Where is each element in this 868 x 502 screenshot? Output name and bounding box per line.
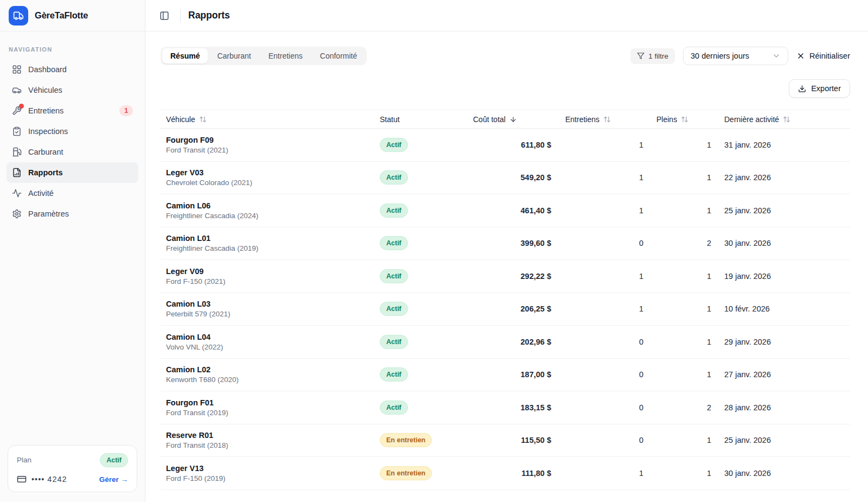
sidebar-item-activite[interactable]: Activité [7, 183, 138, 204]
table-row[interactable]: Camion L03 Peterbilt 579 (2021) Actif 20… [161, 293, 850, 326]
status-badge: Actif [380, 170, 408, 185]
filter-count-label: 1 filtre [648, 52, 668, 60]
app-logo [9, 6, 28, 26]
table-row[interactable]: Camion L04 Volvo VNL (2022) Actif 202,96… [161, 326, 850, 359]
fuel-icon [12, 147, 22, 157]
sidebar-item-inspections[interactable]: Inspections [7, 121, 138, 142]
column-header-entretiens[interactable]: Entretiens [560, 110, 651, 129]
vehicle-name: Leger V09 [166, 267, 369, 276]
total-cost-cell: 292,22 $ [468, 260, 560, 293]
sidebar-item-parametres[interactable]: Paramètres [7, 204, 138, 224]
table-header-row: Véhicule Statut Coût [161, 110, 850, 129]
vehicle-name: Reserve R01 [166, 431, 369, 440]
sidebar-toggle-button[interactable] [156, 8, 173, 24]
tab-entretiens[interactable]: Entretiens [260, 48, 311, 63]
last-activity-cell: 10 févr. 2026 [719, 293, 850, 326]
close-icon [796, 52, 805, 60]
fills-count-cell: 2 [651, 391, 719, 424]
vehicle-name: Camion L01 [166, 234, 369, 243]
fills-count-cell: 1 [651, 424, 719, 457]
topbar: Rapports [145, 0, 868, 31]
maintenance-count-cell: 0 [560, 424, 651, 457]
sidebar-item-dashboard[interactable]: Dashboard [7, 59, 138, 80]
total-cost-cell: 115,50 $ [468, 424, 560, 457]
fills-count-cell: 1 [651, 194, 719, 227]
column-header-vehicule[interactable]: Véhicule [161, 110, 374, 129]
status-cell: Actif [374, 129, 468, 162]
table-row[interactable]: Leger V09 Ford F-150 (2021) Actif 292,22… [161, 260, 850, 293]
car-icon [12, 85, 22, 95]
reset-filters-button[interactable]: Réinitialiser [796, 52, 850, 60]
funnel-icon [637, 52, 644, 60]
maintenance-count-cell: 1 [560, 129, 651, 162]
sidebar-item-label: Véhicules [28, 86, 62, 94]
date-range-value: 30 derniers jours [691, 52, 749, 60]
vehicle-cell: Camion L04 Volvo VNL (2022) [161, 326, 374, 359]
vehicle-model: Ford Transit (2019) [166, 409, 369, 417]
status-cell: Actif [374, 227, 468, 260]
alert-dot [19, 104, 24, 109]
main-area: Rapports Résumé Carburant Entretiens Con… [145, 0, 868, 502]
status-cell: En entretien [374, 424, 468, 457]
table-row[interactable]: Camion L01 Freightliner Cascadia (2019) … [161, 227, 850, 260]
table-row[interactable]: Leger V03 Chevrolet Colorado (2021) Acti… [161, 161, 850, 194]
status-badge: Actif [380, 138, 408, 152]
clipboard-check-icon [12, 126, 22, 136]
export-button[interactable]: Exporter [789, 79, 850, 98]
sort-arrows-icon [603, 116, 611, 123]
sidebar-item-rapports[interactable]: Rapports [7, 162, 138, 183]
status-cell: Actif [374, 391, 468, 424]
sort-arrows-icon [199, 116, 207, 123]
content: Résumé Carburant Entretiens Conformité 1… [145, 31, 868, 502]
vehicle-model: Ford Transit (2018) [166, 441, 369, 449]
date-range-select[interactable]: 30 derniers jours [683, 47, 788, 65]
panel-left-icon [159, 11, 169, 21]
last-activity-cell: 27 janv. 2026 [719, 358, 850, 391]
tab-conformite[interactable]: Conformité [312, 48, 365, 63]
maintenance-count-cell: 0 [560, 391, 651, 424]
last-activity-cell: 28 janv. 2026 [719, 391, 850, 424]
sidebar-item-label: Dashboard [28, 65, 67, 74]
tab-resume[interactable]: Résumé [162, 48, 208, 63]
sidebar-item-label: Entretiens [28, 106, 63, 115]
nav-section-label: NAVIGATION [9, 46, 136, 53]
table-row[interactable]: Camion L06 Freightliner Cascadia (2024) … [161, 194, 850, 227]
table-row[interactable]: Camion L02 Kenworth T680 (2020) Actif 18… [161, 358, 850, 391]
status-badge: Actif [380, 236, 408, 250]
table-row[interactable]: Reserve R01 Ford Transit (2018) En entre… [161, 424, 850, 457]
sidebar-item-label: Activité [28, 189, 54, 198]
report-file-icon [12, 168, 22, 177]
column-header-statut[interactable]: Statut [374, 110, 468, 129]
fills-count-cell: 1 [651, 260, 719, 293]
total-cost-cell: 399,60 $ [468, 227, 560, 260]
vehicle-name: Fourgon F01 [166, 398, 369, 407]
sidebar: GèreTaFlotte NAVIGATION Dashboard Véhicu… [0, 0, 145, 502]
sidebar-item-entretiens[interactable]: Entretiens 1 [7, 100, 138, 121]
brand: GèreTaFlotte [0, 0, 145, 31]
chevron-down-icon [772, 52, 781, 60]
status-badge: Actif [380, 401, 408, 415]
column-header-derniere-activite[interactable]: Dernière activité [719, 110, 850, 129]
maintenance-count-cell: 1 [560, 194, 651, 227]
maintenance-count-cell: 0 [560, 326, 651, 359]
manage-plan-link[interactable]: Gérer → [99, 475, 128, 484]
topbar-divider [180, 9, 181, 22]
sort-arrows-icon [681, 116, 688, 123]
sidebar-item-carburant[interactable]: Carburant [7, 142, 138, 162]
table-row[interactable]: Fourgon F09 Ford Transit (2021) Actif 61… [161, 129, 850, 162]
sidebar-item-vehicules[interactable]: Véhicules [7, 80, 138, 100]
dashboard-icon [12, 65, 22, 74]
column-header-cout-total[interactable]: Coût total [468, 110, 560, 129]
last-activity-cell: 19 janv. 2026 [719, 260, 850, 293]
vehicle-name: Fourgon F09 [166, 136, 369, 144]
sort-arrows-icon [783, 116, 790, 123]
last-activity-cell: 29 janv. 2026 [719, 326, 850, 359]
tab-carburant[interactable]: Carburant [209, 48, 259, 63]
column-header-pleins[interactable]: Pleins [651, 110, 719, 129]
table-row[interactable]: Fourgon F01 Ford Transit (2019) Actif 18… [161, 391, 850, 424]
fills-count-cell: 2 [651, 227, 719, 260]
vehicle-model: Kenworth T680 (2020) [166, 376, 369, 384]
fills-count-cell: 1 [651, 129, 719, 162]
table-row[interactable]: Leger V13 Ford F-150 (2019) En entretien… [161, 457, 850, 490]
vehicle-model: Volvo VNL (2022) [166, 343, 369, 351]
